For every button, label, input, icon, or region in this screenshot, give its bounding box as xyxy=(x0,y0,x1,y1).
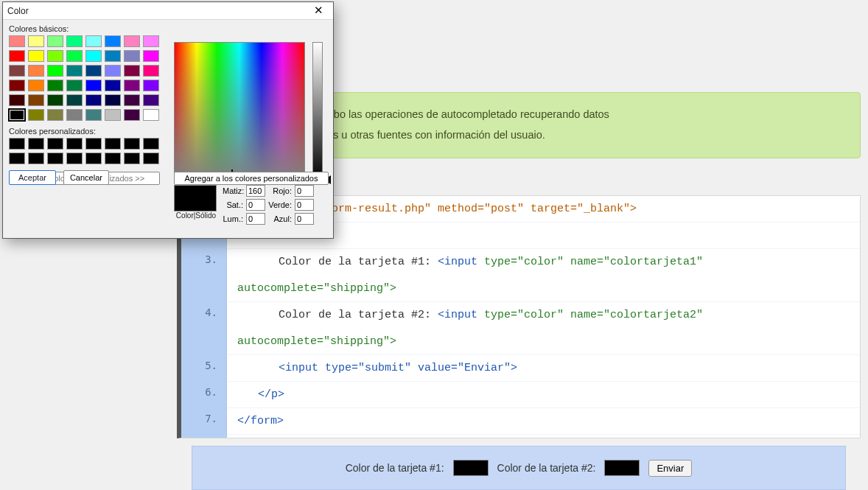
matiz-input[interactable] xyxy=(246,185,265,197)
gutter-3: 3. xyxy=(181,253,217,265)
basic-colors-grid xyxy=(9,35,165,121)
lum-input[interactable] xyxy=(246,213,265,225)
basic-swatch[interactable] xyxy=(105,35,121,47)
basic-swatch[interactable] xyxy=(9,94,25,106)
basic-swatch[interactable] xyxy=(143,94,159,106)
basic-swatch[interactable] xyxy=(143,65,159,77)
gutter-4: 4. xyxy=(181,307,217,318)
basic-swatch[interactable] xyxy=(47,94,63,106)
basic-swatch[interactable] xyxy=(47,109,63,121)
custom-swatch[interactable] xyxy=(9,138,25,150)
basic-swatch[interactable] xyxy=(143,80,159,91)
basic-swatch[interactable] xyxy=(66,94,83,106)
basic-swatch[interactable] xyxy=(143,35,159,47)
custom-swatch[interactable] xyxy=(143,153,159,164)
dialog-titlebar[interactable]: Color ✕ xyxy=(3,2,333,20)
basic-swatch[interactable] xyxy=(143,50,159,62)
custom-swatch[interactable] xyxy=(66,153,83,164)
basic-swatch[interactable] xyxy=(47,65,63,77)
preview-submit-button[interactable]: Enviar xyxy=(648,460,692,477)
basic-swatch[interactable] xyxy=(124,35,140,47)
code-row: </form> xyxy=(227,408,860,435)
basic-swatch[interactable] xyxy=(105,80,121,91)
cancel-button[interactable]: Cancelar xyxy=(63,170,109,185)
custom-swatch[interactable] xyxy=(85,138,102,150)
basic-swatch[interactable] xyxy=(105,65,121,77)
basic-swatch[interactable] xyxy=(28,94,44,106)
custom-swatch[interactable] xyxy=(105,153,121,164)
basic-swatch[interactable] xyxy=(124,94,140,106)
luminance-slider[interactable] xyxy=(312,42,323,181)
custom-swatch[interactable] xyxy=(66,138,83,150)
basic-swatch[interactable] xyxy=(85,80,102,91)
basic-swatch[interactable] xyxy=(124,80,140,91)
sat-label: Sat.: xyxy=(223,200,245,209)
basic-swatch[interactable] xyxy=(9,35,25,47)
custom-swatch[interactable] xyxy=(47,153,63,164)
basic-swatch[interactable] xyxy=(66,35,83,47)
color-solid-label: Color|Sólido xyxy=(174,211,218,220)
basic-swatch[interactable] xyxy=(124,50,140,62)
verde-input[interactable] xyxy=(295,199,314,211)
basic-swatch[interactable] xyxy=(66,50,83,62)
custom-colors-grid xyxy=(9,138,165,164)
rojo-label: Rojo: xyxy=(267,186,293,195)
basic-swatch[interactable] xyxy=(85,65,102,77)
basic-swatch[interactable] xyxy=(9,65,25,77)
basic-swatch[interactable] xyxy=(9,80,25,91)
custom-swatch[interactable] xyxy=(28,153,44,164)
verde-label: Verde: xyxy=(267,200,293,209)
preview-color-input-1[interactable] xyxy=(453,460,489,476)
dialog-title: Color xyxy=(7,6,29,16)
basic-swatch[interactable] xyxy=(105,109,121,121)
basic-swatch[interactable] xyxy=(124,65,140,77)
basic-swatch[interactable] xyxy=(105,94,121,106)
azul-label: Azul: xyxy=(267,214,293,223)
basic-swatch[interactable] xyxy=(105,50,121,62)
basic-swatch[interactable] xyxy=(28,80,44,91)
custom-swatch[interactable] xyxy=(85,153,102,164)
basic-swatch[interactable] xyxy=(9,50,25,62)
basic-swatch[interactable] xyxy=(28,109,44,121)
basic-swatch[interactable] xyxy=(85,35,102,47)
basic-swatch[interactable] xyxy=(66,80,83,91)
basic-swatch[interactable] xyxy=(28,65,44,77)
basic-swatch[interactable] xyxy=(66,109,83,121)
preview-label-2: Color de la tarjeta #2: xyxy=(497,462,596,474)
basic-swatch[interactable] xyxy=(47,35,63,47)
custom-swatch[interactable] xyxy=(9,153,25,164)
color-dialog: Color ✕ Colores básicos: Colores persona… xyxy=(2,1,334,239)
custom-swatch[interactable] xyxy=(28,138,44,150)
basic-swatch[interactable] xyxy=(143,109,159,121)
custom-swatch[interactable] xyxy=(47,138,63,150)
preview-color-input-2[interactable] xyxy=(604,460,640,476)
basic-swatch[interactable] xyxy=(28,50,44,62)
basic-swatch[interactable] xyxy=(47,50,63,62)
close-icon[interactable]: ✕ xyxy=(308,4,329,18)
hue-sat-field[interactable] xyxy=(174,42,305,181)
preview-label-1: Color de la tarjeta #1: xyxy=(346,462,444,474)
matiz-label: Matiz: xyxy=(223,186,245,195)
add-to-custom-button[interactable]: Agregar a los colores personalizados xyxy=(174,172,329,185)
code-row: </p> xyxy=(227,382,860,408)
basic-swatch[interactable] xyxy=(85,109,102,121)
basic-swatch[interactable] xyxy=(28,35,44,47)
code-row: Color de la tarjeta #1: <input type="col… xyxy=(227,249,860,302)
custom-swatch[interactable] xyxy=(124,138,140,150)
azul-input[interactable] xyxy=(295,213,314,225)
custom-colors-label: Colores personalizados: xyxy=(9,127,165,136)
basic-swatch[interactable] xyxy=(85,94,102,106)
basic-swatch[interactable] xyxy=(47,80,63,91)
sat-input[interactable] xyxy=(246,199,265,211)
basic-swatch[interactable] xyxy=(66,65,83,77)
ok-button[interactable]: Aceptar xyxy=(9,170,56,185)
gutter-7: 7. xyxy=(181,413,217,424)
basic-swatch[interactable] xyxy=(124,109,140,121)
form-preview: Color de la tarjeta #1: Color de la tarj… xyxy=(192,446,846,490)
basic-swatch[interactable] xyxy=(9,109,25,121)
custom-swatch[interactable] xyxy=(143,138,159,150)
custom-swatch[interactable] xyxy=(124,153,140,164)
rojo-input[interactable] xyxy=(295,185,314,197)
custom-swatch[interactable] xyxy=(105,138,121,150)
basic-swatch[interactable] xyxy=(85,50,102,62)
